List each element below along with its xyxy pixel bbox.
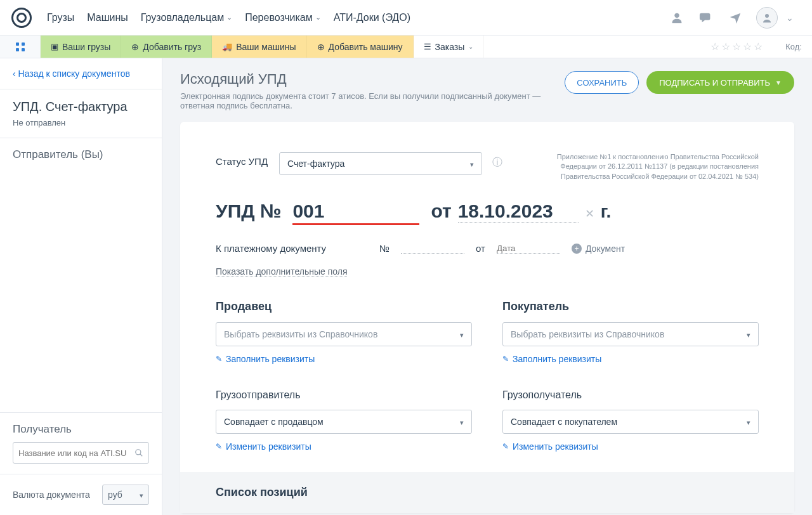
code-label: Код:	[775, 36, 812, 58]
recipient-search-input[interactable]	[18, 448, 134, 458]
svg-rect-3	[22, 42, 25, 46]
upd-date-label: от	[431, 200, 451, 222]
consignee-change-link[interactable]: ✎Изменить реквизиты	[502, 441, 759, 452]
avatar[interactable]	[756, 7, 778, 29]
shipper-select[interactable]: Совпадает с продавцом	[216, 410, 472, 434]
sec-orders[interactable]: ☰Заказы⌄	[414, 36, 485, 58]
svg-point-6	[136, 450, 141, 455]
document-title: УПД. Счет-фактура	[13, 100, 149, 114]
truck-icon: 🚚	[222, 42, 232, 51]
sender-heading: Отправитель (Вы)	[13, 148, 149, 161]
positions-title: Список позиций	[180, 472, 794, 513]
pencil-icon: ✎	[502, 442, 509, 451]
pencil-icon: ✎	[502, 355, 509, 363]
plus-icon: ⊕	[317, 42, 325, 52]
status-label: Статус УПД	[216, 152, 279, 167]
logo-icon[interactable]	[11, 8, 32, 28]
chevron-down-icon: ⌄	[315, 13, 321, 22]
regulation-note: Приложение №1 к постановлению Правительс…	[543, 152, 759, 181]
svg-line-7	[140, 454, 143, 457]
paydoc-no-input[interactable]	[401, 244, 464, 254]
chevron-down-icon	[460, 329, 464, 339]
apps-grid-icon[interactable]	[0, 36, 41, 58]
svg-rect-5	[22, 48, 25, 51]
buyer-select[interactable]: Выбрать реквизиты из Справочников	[502, 322, 759, 346]
nav-cargo[interactable]: Грузы	[47, 12, 74, 23]
star-icon: ☆	[743, 41, 752, 53]
buyer-title: Покупатель	[502, 300, 759, 313]
page-subtitle: Электронная подпись документа стоит 7 ат…	[180, 91, 565, 110]
add-paydoc-button[interactable]: + Документ	[572, 244, 625, 254]
plus-circle-icon: +	[572, 244, 582, 254]
notifications-icon[interactable]	[724, 7, 746, 29]
nav-trucks[interactable]: Машины	[87, 12, 128, 23]
chevron-down-icon: ⌄	[226, 13, 232, 22]
paydoc-date-label: от	[476, 243, 485, 254]
info-icon[interactable]: ⓘ	[492, 152, 502, 169]
seller-select[interactable]: Выбрать реквизиты из Справочников	[216, 322, 472, 346]
star-icon: ☆	[721, 41, 730, 53]
currency-label: Валюта документа	[13, 490, 90, 500]
nav-carriers[interactable]: Перевозчикам⌄	[245, 12, 321, 23]
plus-icon: ⊕	[131, 42, 139, 52]
status-select[interactable]: Счет-фактура	[279, 152, 482, 175]
sign-send-button[interactable]: ПОДПИСАТЬ И ОТПРАВИТЬ▼	[646, 71, 794, 94]
nav-docs[interactable]: АТИ-Доки (ЭДО)	[334, 12, 410, 23]
pencil-icon: ✎	[216, 442, 222, 451]
recipient-search[interactable]	[13, 442, 149, 464]
orders-icon: ☰	[424, 42, 431, 51]
upd-date-input[interactable]	[458, 200, 579, 223]
profile-icon[interactable]	[666, 7, 688, 29]
nav-owners[interactable]: Грузовладельцам⌄	[141, 12, 232, 23]
chevron-down-icon: ⌄	[468, 43, 473, 50]
consignee-title: Грузополучатель	[502, 389, 759, 401]
chevron-down-icon	[140, 490, 143, 500]
chevron-down-icon	[470, 159, 474, 169]
sec-add-cargo[interactable]: ⊕Добавить груз	[121, 36, 212, 58]
shipper-change-link[interactable]: ✎Изменить реквизиты	[216, 441, 472, 452]
secondary-bar: ▣Ваши грузы ⊕Добавить груз 🚚Ваши машины …	[0, 36, 812, 58]
chevron-down-icon: ▼	[775, 79, 782, 86]
rating-stars[interactable]: ☆☆☆☆☆	[698, 36, 775, 58]
document-status: Не отправлен	[13, 118, 149, 127]
sidebar: ‹ Назад к списку документов УПД. Счет-фа…	[0, 58, 162, 515]
seller-fill-link[interactable]: ✎Заполнить реквизиты	[216, 354, 472, 364]
recipient-heading: Получатель	[13, 423, 149, 436]
chevron-down-icon	[747, 417, 750, 427]
chevron-down-icon	[460, 417, 464, 427]
top-nav: Грузы Машины Грузовладельцам⌄ Перевозчик…	[0, 0, 812, 36]
currency-select[interactable]: руб	[102, 485, 149, 505]
upd-date-suffix: г.	[601, 202, 612, 222]
sec-your-cargo[interactable]: ▣Ваши грузы	[41, 36, 121, 58]
paydoc-label: К платежному документу	[216, 243, 368, 254]
form-card: Статус УПД Счет-фактура ⓘ Приложение №1 …	[180, 122, 794, 513]
content: Исходящий УПД Электронная подпись докуме…	[162, 58, 812, 515]
shipper-title: Грузоотправитель	[216, 389, 472, 401]
clear-date-icon[interactable]: ✕	[585, 207, 594, 221]
upd-number-input[interactable]	[292, 200, 419, 225]
chevron-down-icon	[747, 329, 750, 339]
upd-number-label: УПД №	[216, 200, 281, 222]
chat-icon[interactable]	[695, 7, 717, 29]
page-title: Исходящий УПД	[180, 71, 565, 88]
pencil-icon: ✎	[216, 355, 222, 363]
box-icon: ▣	[51, 42, 58, 51]
back-link[interactable]: ‹ Назад к списку документов	[13, 68, 130, 79]
star-icon: ☆	[754, 41, 763, 53]
svg-point-1	[765, 14, 769, 18]
star-icon: ☆	[732, 41, 741, 53]
account-menu-chevron[interactable]: ⌄	[779, 7, 801, 29]
save-button[interactable]: СОХРАНИТЬ	[565, 71, 639, 94]
star-icon: ☆	[710, 41, 719, 53]
buyer-fill-link[interactable]: ✎Заполнить реквизиты	[502, 354, 759, 364]
seller-title: Продавец	[216, 300, 472, 313]
paydoc-date-input[interactable]	[497, 244, 560, 254]
consignee-select[interactable]: Совпадает с покупателем	[502, 410, 759, 434]
sec-add-truck[interactable]: ⊕Добавить машину	[307, 36, 414, 58]
search-icon	[134, 448, 143, 457]
svg-point-0	[674, 13, 679, 17]
paydoc-no-label: №	[379, 243, 390, 254]
svg-rect-2	[16, 42, 19, 46]
show-extra-fields-link[interactable]: Показать дополнительные поля	[216, 266, 347, 300]
sec-your-trucks[interactable]: 🚚Ваши машины	[212, 36, 306, 58]
